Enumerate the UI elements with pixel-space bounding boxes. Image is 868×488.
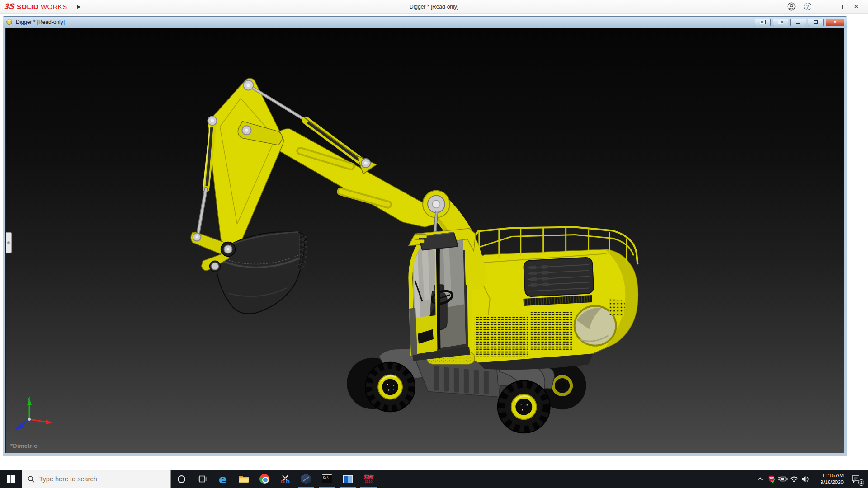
start-button[interactable] bbox=[0, 470, 22, 488]
edge-button[interactable]: e bbox=[212, 470, 233, 488]
hexagon-app-icon bbox=[301, 474, 311, 484]
taskbar-clock[interactable]: 11:15 AM 9/16/2020 bbox=[811, 470, 846, 488]
power-tray[interactable] bbox=[777, 470, 788, 488]
part-document-icon bbox=[5, 19, 13, 26]
task-view-icon bbox=[198, 474, 207, 483]
solidworks-logo-mark: 3S bbox=[4, 2, 15, 11]
edge-icon: e bbox=[219, 473, 227, 485]
action-center-button[interactable]: 1 bbox=[846, 470, 865, 488]
search-input[interactable] bbox=[39, 475, 165, 483]
snipping-tool-icon bbox=[280, 474, 290, 484]
wifi-icon bbox=[790, 476, 798, 482]
edrawings-button[interactable] bbox=[296, 470, 316, 488]
brand-solid-text: SOLID bbox=[17, 3, 38, 10]
command-prompt-button[interactable]: C:\ bbox=[316, 470, 337, 488]
app-titlebar: 3S SOLIDWORKS ▶ Digger * [Read-only] ? –… bbox=[0, 0, 868, 14]
sw-shield-icon: SW bbox=[768, 475, 776, 483]
notification-badge: 1 bbox=[858, 479, 864, 486]
solidworks-logo: 3S SOLIDWORKS bbox=[0, 2, 67, 11]
right-pane-icon bbox=[778, 20, 783, 24]
cortana-button[interactable] bbox=[171, 470, 192, 488]
windows-taskbar: e C:\ SW bbox=[0, 470, 868, 488]
doc-close-button[interactable]: ✕ bbox=[826, 19, 844, 26]
minimize-button[interactable]: – bbox=[816, 0, 832, 14]
system-tray: SW bbox=[755, 470, 868, 488]
cortana-icon bbox=[178, 475, 185, 483]
screen: 3S SOLIDWORKS ▶ Digger * [Read-only] ? –… bbox=[0, 0, 868, 488]
wheel-front-left[interactable] bbox=[365, 362, 415, 412]
left-pane-icon bbox=[760, 20, 766, 24]
svg-text:SW: SW bbox=[769, 477, 774, 479]
chrome-button[interactable] bbox=[254, 470, 275, 488]
speaker-icon bbox=[801, 476, 810, 483]
show-left-pane-button[interactable] bbox=[755, 19, 771, 26]
reference-triad: Y bbox=[12, 395, 56, 433]
hidden-icons-chevron[interactable] bbox=[755, 470, 766, 488]
titlebar-separator bbox=[87, 0, 87, 14]
help-button[interactable]: ? bbox=[799, 0, 816, 14]
battery-icon bbox=[778, 476, 788, 482]
solidworks-2020-button[interactable]: SW 2020 bbox=[358, 470, 379, 488]
featuremanager-collapsed-tab[interactable] bbox=[6, 232, 12, 253]
brand-works-text: WORKS bbox=[41, 3, 67, 10]
solidworks-monitor-tray[interactable]: SW bbox=[766, 470, 777, 488]
task-view-button[interactable] bbox=[192, 470, 212, 488]
restore-icon bbox=[838, 5, 843, 9]
chevron-up-icon bbox=[758, 477, 763, 481]
show-right-pane-button[interactable] bbox=[773, 19, 788, 26]
clock-time: 11:15 AM bbox=[822, 472, 844, 479]
doc-minimize-button[interactable] bbox=[790, 19, 806, 26]
app-window-icon bbox=[343, 475, 353, 483]
document-window: Digger * [Read-only] ✕ bbox=[3, 16, 847, 456]
window-title: Digger * [Read-only] bbox=[410, 0, 458, 14]
document-title: Digger * [Read-only] bbox=[16, 19, 65, 25]
volume-tray[interactable] bbox=[800, 470, 811, 488]
taskbar-search[interactable] bbox=[22, 470, 171, 488]
excavator-model[interactable] bbox=[6, 28, 844, 453]
wheel-front-right[interactable] bbox=[498, 381, 550, 433]
document-titlebar[interactable]: Digger * [Read-only] ✕ bbox=[3, 17, 847, 28]
snipping-tool-button[interactable] bbox=[275, 470, 296, 488]
windows-logo-icon bbox=[7, 475, 15, 483]
doc-restore-icon bbox=[814, 20, 818, 24]
dipper-arm[interactable] bbox=[274, 129, 437, 227]
restore-button[interactable] bbox=[832, 0, 848, 14]
document-window-controls: ✕ bbox=[755, 19, 844, 26]
solidworks-2020-icon: SW 2020 bbox=[364, 474, 373, 483]
app-window-button[interactable] bbox=[337, 470, 358, 488]
view-orientation-label: *Dimetric bbox=[10, 442, 38, 449]
engine-cover[interactable] bbox=[524, 257, 594, 297]
clock-date: 9/16/2020 bbox=[821, 479, 844, 486]
menu-expand-arrow-icon[interactable]: ▶ bbox=[77, 4, 81, 9]
triad-y-label: Y bbox=[27, 396, 31, 401]
side-vent-panel bbox=[475, 315, 528, 357]
doc-minimize-icon bbox=[796, 23, 800, 24]
help-icon: ? bbox=[804, 3, 811, 10]
titlebar-controls: ? – ✕ bbox=[783, 0, 868, 13]
file-explorer-button[interactable] bbox=[233, 470, 254, 488]
file-explorer-icon bbox=[238, 474, 249, 483]
network-tray[interactable] bbox=[788, 470, 800, 488]
doc-restore-button[interactable] bbox=[808, 19, 824, 26]
graphics-viewport[interactable]: Y *Dimetric bbox=[5, 28, 844, 453]
chrome-icon bbox=[259, 474, 269, 484]
close-button[interactable]: ✕ bbox=[848, 0, 864, 14]
search-icon bbox=[28, 475, 35, 483]
account-icon[interactable] bbox=[783, 0, 799, 14]
command-prompt-icon: C:\ bbox=[322, 474, 332, 483]
